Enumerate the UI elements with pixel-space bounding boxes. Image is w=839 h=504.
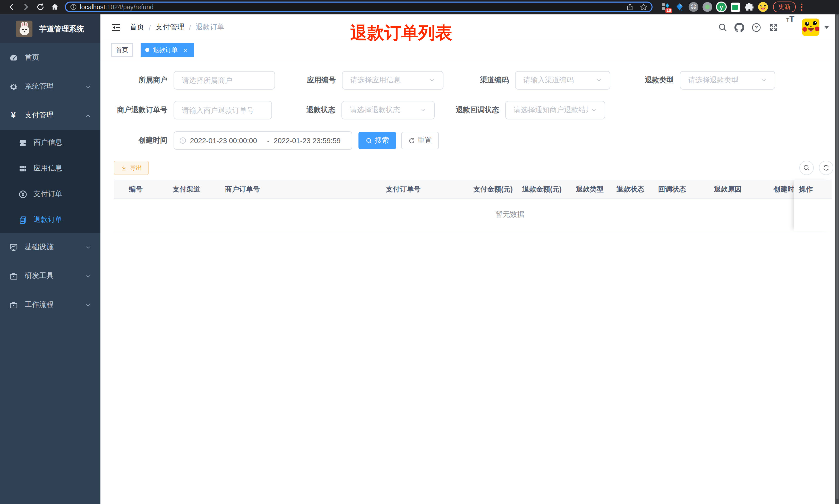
select-arrow-icon: [761, 77, 767, 84]
breadcrumb-home[interactable]: 首页: [130, 23, 144, 32]
refund-type-select[interactable]: 请选择退款类型: [680, 71, 775, 90]
search-icon: [365, 137, 372, 144]
create-time-range-picker[interactable]: 2022-01-23 00:00:00 - 2022-01-23 23:59:5…: [174, 131, 352, 150]
tiles-extension-icon[interactable]: 10: [659, 0, 673, 14]
notify-status-select[interactable]: 请选择通知商户退款结果的: [505, 101, 605, 120]
sidebar-item-infra[interactable]: 基础设施: [0, 233, 101, 262]
search-button[interactable]: 搜索: [358, 132, 396, 149]
filter-notify-status: 退款回调状态 请选择通知商户退款结果的: [456, 101, 605, 120]
filter-label: 退款状态: [303, 106, 335, 115]
col-header: 编号: [114, 180, 167, 198]
sidebar: 芋道管理系统 首页 系统管理 ¥ 支付管理 商户信息: [0, 14, 101, 504]
filter-create-time: 创建时间 2022-01-23 00:00:00 - 2022-01-23 23…: [114, 131, 352, 150]
sidebar-item-label: 基础设施: [25, 242, 54, 252]
merchant-refund-no-input[interactable]: [174, 101, 272, 120]
col-header: 支付渠道: [167, 180, 220, 198]
dot-extension-icon[interactable]: [700, 0, 714, 14]
sidebar-item-pay[interactable]: ¥ 支付管理: [0, 101, 101, 130]
chevron-down-icon: [85, 302, 91, 310]
extensions-puzzle-icon[interactable]: [742, 0, 756, 14]
refund-status-select[interactable]: 请选择退款状态: [341, 101, 435, 120]
browser-toolbar: localhost:1024/pay/refund 10 ⌘ y: [0, 0, 839, 14]
filter-refund-type: 退款类型 请选择退款类型: [642, 71, 775, 90]
sidebar-item-label: 退款订单: [34, 215, 62, 224]
col-header: 退款原因: [709, 180, 768, 198]
app-select[interactable]: 请选择应用信息: [342, 71, 444, 90]
avatar-caret-icon[interactable]: [824, 26, 829, 29]
sidebar-item-label: 首页: [25, 53, 39, 62]
chevron-down-icon: [85, 84, 91, 92]
download-icon: [121, 164, 127, 171]
col-header: 退款状态: [611, 180, 653, 198]
select-arrow-icon: [591, 107, 597, 113]
sidebar-item-merchant-info[interactable]: 商户信息: [0, 130, 101, 156]
bookmark-star-icon[interactable]: [640, 3, 647, 11]
col-header: 退款类型: [571, 180, 611, 198]
sidebar-item-home[interactable]: 首页: [0, 43, 101, 72]
font-size-icon[interactable]: TT: [782, 14, 799, 40]
avatar[interactable]: [802, 19, 819, 36]
sidebar-item-system[interactable]: 系统管理: [0, 72, 101, 101]
filter-refund-status: 退款状态 请选择退款状态: [303, 101, 435, 120]
sidebar-logo[interactable]: 芋道管理系统: [0, 14, 101, 43]
extension-badge: 10: [665, 8, 672, 13]
sidebar-item-devtools[interactable]: 研发工具: [0, 262, 101, 290]
sidebar-item-pay-order[interactable]: 支付订单: [0, 181, 101, 207]
sidebar-item-refund-order[interactable]: 退款订单: [0, 207, 101, 233]
refund-table: 编号 支付渠道 商户订单号 支付订单号 支付金额(元) 退款金额(元) 退款类型…: [114, 180, 832, 231]
dashboard-icon: [9, 53, 18, 62]
back-icon[interactable]: [4, 1, 19, 13]
url-text: localhost:1024/pay/refund: [80, 3, 154, 11]
export-button[interactable]: 导出: [114, 161, 149, 175]
refresh-table-button[interactable]: [819, 161, 833, 175]
active-dot: [145, 48, 149, 52]
sidebar-item-label: 商户信息: [34, 138, 62, 147]
search-icon[interactable]: [714, 14, 731, 40]
tag-refund-order[interactable]: 退款订单 ×: [141, 43, 194, 57]
share-icon[interactable]: [626, 3, 633, 11]
command-extension-icon[interactable]: ⌘: [686, 0, 700, 14]
fixed-action-column: 操作: [794, 180, 832, 231]
browser-menu-icon[interactable]: [797, 1, 806, 13]
emoji-extension-icon[interactable]: [756, 0, 770, 14]
browser-update-button[interactable]: 更新: [773, 2, 796, 12]
merchant-input[interactable]: [174, 71, 275, 90]
grid-icon: [18, 164, 27, 173]
sidebar-item-label: 应用信息: [34, 164, 62, 173]
reload-icon[interactable]: [33, 1, 47, 13]
breadcrumb-current: 退款订单: [196, 23, 225, 32]
chevron-down-icon: [85, 273, 91, 281]
sidebar-item-workflow[interactable]: 工作流程: [0, 290, 101, 319]
col-header: 退款金额(元): [517, 180, 571, 198]
screen: localhost:1024/pay/refund 10 ⌘ y: [0, 0, 839, 504]
kite-extension-icon[interactable]: [673, 0, 686, 14]
show-search-toggle-button[interactable]: [799, 161, 814, 175]
url-bar[interactable]: localhost:1024/pay/refund: [65, 2, 653, 12]
home-icon[interactable]: [47, 1, 62, 13]
page-scrollbar[interactable]: [835, 14, 839, 504]
app-title: 芋道管理系统: [39, 24, 84, 34]
sidebar-item-label: 支付订单: [34, 190, 62, 199]
scrollbar-thumb[interactable]: [836, 15, 838, 500]
help-icon[interactable]: ?: [748, 14, 765, 40]
tag-close-icon[interactable]: ×: [182, 46, 189, 54]
briefcase-icon: [9, 300, 18, 309]
github-icon[interactable]: [731, 14, 748, 40]
chat-extension-icon[interactable]: [728, 0, 742, 14]
sidebar-fold-icon[interactable]: [110, 22, 122, 33]
filter-label: 退款回调状态: [456, 106, 499, 115]
fullscreen-icon[interactable]: [765, 14, 782, 40]
sidebar-item-app-info[interactable]: 应用信息: [0, 156, 101, 181]
pay-submenu: 商户信息 应用信息 支付订单 退款订单: [0, 130, 101, 233]
refresh-icon: [822, 164, 830, 172]
site-info-icon[interactable]: [70, 4, 77, 10]
reset-button[interactable]: 重置: [401, 132, 439, 149]
y-extension-icon[interactable]: y: [714, 0, 728, 14]
filter-label: 所属商户: [114, 76, 167, 85]
forward-icon[interactable]: [19, 1, 33, 13]
tag-home[interactable]: 首页: [111, 43, 133, 57]
refund-list-page: 所属商户 应用编号 请选择应用信息 渠道编码 请输入渠道编码 退款类型: [101, 60, 835, 484]
search-icon: [803, 164, 810, 172]
channel-code-select[interactable]: 请输入渠道编码: [515, 71, 610, 90]
chevron-up-icon: [85, 112, 91, 121]
